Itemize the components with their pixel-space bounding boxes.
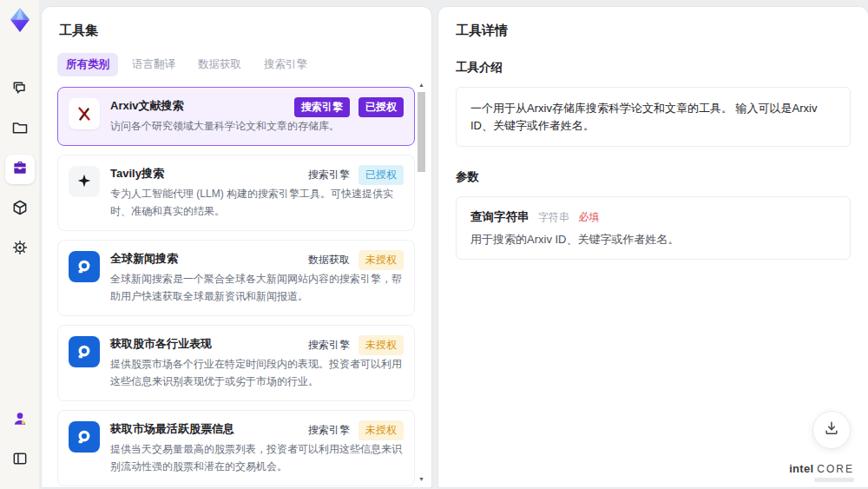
news-app-icon [69, 251, 100, 282]
list-scrollbar[interactable]: ▲ ▼ [417, 80, 426, 484]
download-icon [823, 420, 840, 440]
toolbox-icon [11, 159, 29, 180]
status-badge: 未授权 [358, 420, 404, 440]
category-badge: 搜索引擎 [308, 338, 350, 353]
param-type: 字符串 [538, 211, 569, 223]
tab-search[interactable]: 搜索引擎 [255, 53, 316, 76]
page-title: 工具集 [59, 23, 415, 39]
app-logo [7, 7, 33, 33]
download-button[interactable] [812, 411, 851, 449]
intel-core-logo: intel CORE [789, 462, 854, 482]
tool-list-item-global-news-search[interactable]: 全球新闻搜索 全球新闻搜索是一个聚合全球各大新闻网站内容的搜索引擎，帮助用户快速… [57, 240, 415, 316]
category-tabs: 所有类别语言翻译数据获取搜索引擎 [57, 53, 415, 76]
tool-list: Arxiv文献搜索 访问各个研究领域大量科学论文和文章的存储库。 搜索引擎 已授… [57, 87, 415, 487]
tool-details-panel: 工具详情 工具介绍 一个用于从Arxiv存储库搜索科学论文和文章的工具。 输入可… [438, 7, 868, 487]
chat-icon [11, 79, 29, 100]
tool-list-item-sector-performance[interactable]: 获取股市各行业表现 提供股票市场各个行业在特定时间段内的表现。投资者可以利用这些… [57, 325, 415, 401]
stocks-app-icon [69, 421, 100, 453]
brand-subtext-bar [814, 478, 854, 482]
tool-description: 提供当天交易量最高的股票列表，投资者可以利用这些信息来识别流动性强的股票和潜在的… [110, 441, 404, 475]
scroll-down-arrow[interactable]: ▼ [417, 474, 426, 484]
details-title: 工具详情 [456, 23, 851, 39]
tab-translate[interactable]: 语言翻译 [123, 53, 184, 76]
tab-data-fetch[interactable]: 数据获取 [189, 53, 250, 76]
settings-icon [11, 239, 29, 260]
scroll-up-arrow[interactable]: ▲ [417, 80, 426, 89]
sidebar-item-collapse[interactable] [5, 446, 35, 475]
sidebar-item-chat[interactable] [5, 75, 35, 104]
param-name: 查询字符串 [470, 210, 529, 223]
tab-all[interactable]: 所有类别 [57, 53, 118, 76]
category-badge: 数据获取 [308, 253, 350, 268]
tool-list-item-arxiv-search[interactable]: Arxiv文献搜索 访问各个研究领域大量科学论文和文章的存储库。 搜索引擎 已授… [57, 87, 415, 146]
tool-description: 专为人工智能代理 (LLM) 构建的搜索引擎工具。可快速提供实时、准确和真实的结… [110, 186, 404, 220]
panel-toggle-icon [11, 450, 29, 471]
status-badge: 未授权 [358, 250, 404, 270]
sidebar-item-account[interactable] [5, 406, 35, 435]
category-badge: 搜索引擎 [294, 97, 350, 117]
param-description: 用于搜索的Arxiv ID、关键字或作者姓名。 [470, 232, 836, 248]
tool-description: 提供股票市场各个行业在特定时间段内的表现。投资者可以利用这些信息来识别表现优于或… [110, 356, 404, 390]
sidebar-item-files[interactable] [5, 115, 35, 144]
category-badge: 搜索引擎 [308, 168, 350, 182]
status-badge: 已授权 [358, 165, 404, 185]
tool-list-item-tavily-search[interactable]: Tavily搜索 专为人工智能代理 (LLM) 构建的搜索引擎工具。可快速提供实… [57, 155, 415, 231]
sidebar-item-tools[interactable] [5, 155, 35, 184]
sidebar-rail [0, 0, 39, 489]
parameter-card: 查询字符串 字符串 必填 用于搜索的Arxiv ID、关键字或作者姓名。 [456, 196, 851, 260]
tools-panel: 工具集 所有类别语言翻译数据获取搜索引擎 Arxiv文献搜索 访问各个研究领域大… [42, 7, 431, 487]
params-heading: 参数 [456, 169, 851, 185]
intro-heading: 工具介绍 [456, 60, 851, 76]
finance-app-icon [69, 336, 100, 367]
category-badge: 搜索引擎 [308, 423, 350, 438]
tool-intro-text: 一个用于从Arxiv存储库搜索科学论文和文章的工具。 输入可以是Arxiv ID… [456, 87, 851, 147]
cube-icon [11, 199, 29, 220]
folder-icon [11, 119, 29, 140]
tavily-icon [69, 166, 100, 197]
status-badge: 未授权 [358, 335, 404, 355]
sidebar-item-packages[interactable] [5, 195, 35, 224]
tool-description: 访问各个研究领域大量科学论文和文章的存储库。 [110, 118, 404, 135]
scrollbar-thumb[interactable] [418, 92, 425, 172]
status-badge: 已授权 [358, 97, 404, 117]
tool-list-item-most-active-stocks[interactable]: 获取市场最活跃股票信息 提供当天交易量最高的股票列表，投资者可以利用这些信息来识… [57, 410, 415, 486]
param-required-badge: 必填 [578, 211, 599, 223]
sidebar-item-settings[interactable] [5, 235, 35, 264]
arxiv-icon [69, 98, 100, 129]
tool-description: 全球新闻搜索是一个聚合全球各大新闻网站内容的搜索引擎，帮助用户快速获取全球最新资… [110, 271, 404, 305]
user-icon [11, 410, 29, 431]
